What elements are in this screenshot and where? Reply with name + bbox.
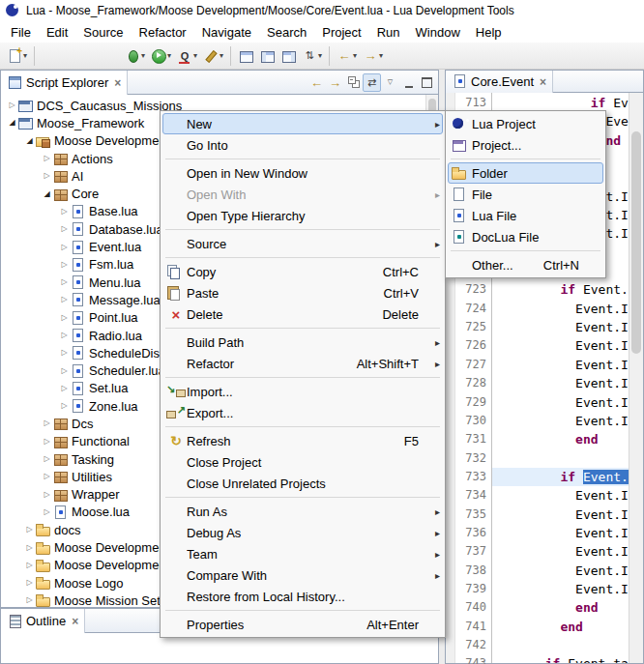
menu-item-build-path[interactable]: Build Path xyxy=(162,332,443,353)
menu-item-open-with[interactable]: Open With xyxy=(162,184,443,205)
dropdown-caret-icon[interactable] xyxy=(318,51,322,60)
menu-item-paste[interactable]: PasteCtrl+V xyxy=(162,282,443,303)
dropdown-caret-icon[interactable] xyxy=(193,51,197,60)
menu-window[interactable]: Window xyxy=(408,23,468,42)
menu-help[interactable]: Help xyxy=(468,23,510,42)
menu-item-close-unrelated-projects[interactable]: Close Unrelated Projects xyxy=(162,473,443,494)
collapsed-twisty-icon[interactable] xyxy=(24,596,35,604)
menu-item-lua-project[interactable]: Lua Project xyxy=(448,113,603,134)
collapsed-twisty-icon[interactable] xyxy=(59,332,70,339)
menu-item-folder[interactable]: Folder xyxy=(448,162,603,184)
collapsed-twisty-icon[interactable] xyxy=(24,579,35,587)
menu-item-new[interactable]: New xyxy=(162,113,443,134)
editor-area-button[interactable] xyxy=(278,44,298,68)
collapsed-twisty-icon[interactable] xyxy=(59,225,70,233)
external-tools-button[interactable] xyxy=(201,44,225,68)
collapsed-twisty-icon[interactable] xyxy=(7,101,17,109)
debug-button[interactable] xyxy=(123,44,147,68)
collapsed-twisty-icon[interactable] xyxy=(42,419,52,427)
collapsed-twisty-icon[interactable] xyxy=(24,544,35,552)
code-line[interactable]: Event.I xyxy=(492,486,629,505)
collapsed-twisty-icon[interactable] xyxy=(42,473,52,480)
code-line[interactable] xyxy=(492,449,629,468)
maximize-button[interactable] xyxy=(418,73,436,92)
menu-item-team[interactable]: Team xyxy=(162,543,443,564)
menu-item-delete[interactable]: DeleteDelete xyxy=(162,303,443,325)
editor-scrollbar[interactable] xyxy=(629,93,643,663)
dropdown-caret-icon[interactable] xyxy=(141,51,145,60)
collapsed-twisty-icon[interactable] xyxy=(59,208,70,216)
collapsed-twisty-icon[interactable] xyxy=(59,261,70,269)
minimize-button[interactable] xyxy=(399,73,418,92)
code-line[interactable]: Event.I xyxy=(492,356,629,374)
menu-edit[interactable]: Edit xyxy=(39,23,75,42)
expanded-twisty-icon[interactable] xyxy=(42,190,52,198)
new-wizard-button[interactable] xyxy=(5,44,29,68)
menu-run[interactable]: Run xyxy=(369,23,408,42)
code-line[interactable]: Event.I xyxy=(492,300,629,318)
code-line[interactable]: Event.I xyxy=(492,542,629,561)
code-line[interactable]: Event.I xyxy=(492,318,629,336)
menu-item-go-into[interactable]: Go Into xyxy=(162,134,443,156)
dropdown-caret-icon[interactable] xyxy=(379,51,383,60)
code-line[interactable]: if Event. xyxy=(492,468,629,486)
code-line[interactable] xyxy=(492,636,629,654)
collapsed-twisty-icon[interactable] xyxy=(59,367,70,375)
next-annotation-button[interactable] xyxy=(300,44,324,68)
collapsed-twisty-icon[interactable] xyxy=(42,455,52,463)
menu-file[interactable]: File xyxy=(3,23,39,42)
code-line[interactable]: Event.I xyxy=(492,412,629,430)
menu-item-copy[interactable]: CopyCtrl+C xyxy=(162,261,443,282)
menu-item-other[interactable]: Other...Ctrl+N xyxy=(448,254,603,275)
tab-outline[interactable]: Outline xyxy=(1,609,85,633)
collapse-all-button[interactable] xyxy=(344,73,363,92)
run-button[interactable] xyxy=(149,44,173,68)
menu-source[interactable]: Source xyxy=(75,23,131,42)
menu-item-import[interactable]: Import... xyxy=(162,381,443,402)
collapsed-twisty-icon[interactable] xyxy=(42,508,52,516)
code-line[interactable]: Event.I xyxy=(492,562,629,580)
collapsed-twisty-icon[interactable] xyxy=(42,491,52,499)
collapsed-twisty-icon[interactable] xyxy=(42,155,52,162)
view-menu-button[interactable] xyxy=(381,73,399,92)
menu-item-compare-with[interactable]: Compare With xyxy=(162,564,443,586)
menu-item-debug-as[interactable]: Debug As xyxy=(162,522,443,543)
menu-item-run-as[interactable]: Run As xyxy=(162,501,443,522)
back-button[interactable] xyxy=(335,44,359,68)
menu-item-refactor[interactable]: RefactorAlt+Shift+T xyxy=(162,353,443,374)
menu-item-doclua-file[interactable]: DocLua File xyxy=(448,226,603,247)
expanded-twisty-icon[interactable] xyxy=(7,119,17,127)
menu-item-export[interactable]: Export... xyxy=(162,402,443,423)
open-perspective-button[interactable] xyxy=(236,44,255,68)
editor-scrollbar-thumb[interactable] xyxy=(631,131,641,354)
collapsed-twisty-icon[interactable] xyxy=(59,385,70,392)
menu-item-project[interactable]: Project... xyxy=(448,134,603,156)
collapsed-twisty-icon[interactable] xyxy=(59,402,70,410)
code-line[interactable]: if Event.ta xyxy=(492,654,629,663)
link-with-editor-button[interactable] xyxy=(363,73,381,92)
menu-item-source[interactable]: Source xyxy=(162,233,443,254)
menu-item-restore-from-local-history[interactable]: Restore from Local History... xyxy=(162,586,443,607)
collapsed-twisty-icon[interactable] xyxy=(59,296,70,303)
code-line[interactable]: if Event. xyxy=(492,280,629,299)
menu-item-refresh[interactable]: RefreshF5 xyxy=(162,430,443,451)
code-line[interactable]: end xyxy=(492,430,629,448)
menu-item-file[interactable]: File xyxy=(448,184,603,205)
collapsed-twisty-icon[interactable] xyxy=(59,278,70,286)
view-back-button[interactable] xyxy=(307,73,326,92)
tab-core-event[interactable]: Core.Event xyxy=(446,71,553,93)
code-line[interactable]: Event.I xyxy=(492,580,629,598)
code-line[interactable]: Event.I xyxy=(492,505,629,524)
code-line[interactable]: Event.I xyxy=(492,336,629,355)
menu-navigate[interactable]: Navigate xyxy=(194,23,259,42)
dropdown-caret-icon[interactable] xyxy=(353,51,357,60)
menu-item-lua-file[interactable]: Lua File xyxy=(448,205,603,226)
show-view-button[interactable] xyxy=(257,44,277,68)
view-forward-button[interactable] xyxy=(326,73,344,92)
dropdown-caret-icon[interactable] xyxy=(220,51,223,60)
collapsed-twisty-icon[interactable] xyxy=(42,438,52,446)
menu-refactor[interactable]: Refactor xyxy=(132,23,194,42)
menu-item-open-type-hierarchy[interactable]: Open Type Hierarchy xyxy=(162,205,443,226)
editor-tab-close-icon[interactable] xyxy=(540,75,546,88)
menu-item-properties[interactable]: PropertiesAlt+Enter xyxy=(162,614,443,635)
